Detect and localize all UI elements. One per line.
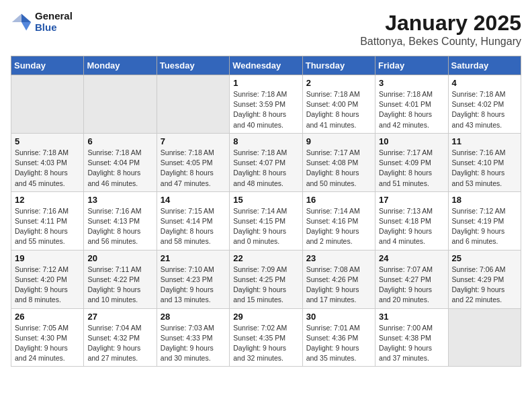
month-title: January 2025 xyxy=(360,11,521,36)
day-number: 1 xyxy=(233,78,298,88)
calendar-cell: 12Sunrise: 7:16 AM Sunset: 4:11 PM Dayli… xyxy=(11,191,84,250)
day-info: Sunrise: 7:16 AM Sunset: 4:11 PM Dayligh… xyxy=(15,206,80,247)
calendar-cell: 29Sunrise: 7:02 AM Sunset: 4:35 PM Dayli… xyxy=(230,308,302,367)
day-info: Sunrise: 7:09 AM Sunset: 4:25 PM Dayligh… xyxy=(233,265,298,306)
day-number: 3 xyxy=(379,78,444,88)
day-number: 15 xyxy=(233,195,298,205)
calendar-cell: 30Sunrise: 7:01 AM Sunset: 4:36 PM Dayli… xyxy=(302,308,375,367)
calendar-cell xyxy=(448,308,521,367)
calendar-cell xyxy=(11,75,84,134)
day-info: Sunrise: 7:18 AM Sunset: 4:01 PM Dayligh… xyxy=(379,89,444,130)
day-info: Sunrise: 7:10 AM Sunset: 4:23 PM Dayligh… xyxy=(161,265,226,306)
day-number: 16 xyxy=(306,195,371,205)
calendar-cell: 25Sunrise: 7:06 AM Sunset: 4:29 PM Dayli… xyxy=(448,250,521,308)
day-number: 27 xyxy=(87,312,152,322)
day-number: 19 xyxy=(15,253,80,263)
day-info: Sunrise: 7:14 AM Sunset: 4:16 PM Dayligh… xyxy=(306,206,371,247)
logo: General Blue xyxy=(11,11,73,33)
day-number: 23 xyxy=(306,253,371,263)
calendar-cell: 16Sunrise: 7:14 AM Sunset: 4:16 PM Dayli… xyxy=(302,191,375,250)
calendar-cell: 13Sunrise: 7:16 AM Sunset: 4:13 PM Dayli… xyxy=(84,191,157,250)
calendar-week-row: 26Sunrise: 7:05 AM Sunset: 4:30 PM Dayli… xyxy=(11,308,521,367)
calendar-week-row: 12Sunrise: 7:16 AM Sunset: 4:11 PM Dayli… xyxy=(11,191,521,250)
day-info: Sunrise: 7:02 AM Sunset: 4:35 PM Dayligh… xyxy=(233,323,298,364)
weekday-header: Wednesday xyxy=(230,56,302,75)
day-info: Sunrise: 7:06 AM Sunset: 4:29 PM Dayligh… xyxy=(452,265,517,306)
calendar-cell: 5Sunrise: 7:18 AM Sunset: 4:03 PM Daylig… xyxy=(11,133,84,191)
day-info: Sunrise: 7:16 AM Sunset: 4:13 PM Dayligh… xyxy=(87,206,152,247)
weekday-header: Thursday xyxy=(302,56,375,75)
calendar-cell: 8Sunrise: 7:18 AM Sunset: 4:07 PM Daylig… xyxy=(230,133,302,191)
day-number: 4 xyxy=(452,78,517,88)
logo-icon xyxy=(11,11,32,33)
calendar-cell: 31Sunrise: 7:00 AM Sunset: 4:38 PM Dayli… xyxy=(375,308,448,367)
day-info: Sunrise: 7:12 AM Sunset: 4:20 PM Dayligh… xyxy=(15,265,80,306)
calendar-cell xyxy=(157,75,229,134)
calendar-cell: 24Sunrise: 7:07 AM Sunset: 4:27 PM Dayli… xyxy=(375,250,448,308)
calendar-cell: 28Sunrise: 7:03 AM Sunset: 4:33 PM Dayli… xyxy=(157,308,229,367)
day-info: Sunrise: 7:18 AM Sunset: 4:05 PM Dayligh… xyxy=(161,148,226,189)
calendar-cell: 21Sunrise: 7:10 AM Sunset: 4:23 PM Dayli… xyxy=(157,250,229,308)
day-number: 5 xyxy=(15,136,80,146)
calendar-cell: 26Sunrise: 7:05 AM Sunset: 4:30 PM Dayli… xyxy=(11,308,84,367)
day-info: Sunrise: 7:08 AM Sunset: 4:26 PM Dayligh… xyxy=(306,265,371,306)
calendar-cell: 6Sunrise: 7:18 AM Sunset: 4:04 PM Daylig… xyxy=(84,133,157,191)
day-info: Sunrise: 7:04 AM Sunset: 4:32 PM Dayligh… xyxy=(87,323,152,364)
day-number: 12 xyxy=(15,195,80,205)
day-number: 11 xyxy=(452,136,517,146)
calendar-cell: 18Sunrise: 7:12 AM Sunset: 4:19 PM Dayli… xyxy=(448,191,521,250)
weekday-header: Friday xyxy=(375,56,448,75)
day-number: 30 xyxy=(306,312,371,322)
day-info: Sunrise: 7:16 AM Sunset: 4:10 PM Dayligh… xyxy=(452,148,517,189)
title-area: January 2025 Battonya, Bekes County, Hun… xyxy=(360,11,521,48)
day-number: 18 xyxy=(452,195,517,205)
location-title: Battonya, Bekes County, Hungary xyxy=(360,36,521,48)
day-number: 20 xyxy=(87,253,152,263)
calendar-cell: 3Sunrise: 7:18 AM Sunset: 4:01 PM Daylig… xyxy=(375,75,448,134)
calendar-cell: 10Sunrise: 7:17 AM Sunset: 4:09 PM Dayli… xyxy=(375,133,448,191)
calendar-cell: 23Sunrise: 7:08 AM Sunset: 4:26 PM Dayli… xyxy=(302,250,375,308)
day-info: Sunrise: 7:01 AM Sunset: 4:36 PM Dayligh… xyxy=(306,323,371,364)
day-info: Sunrise: 7:14 AM Sunset: 4:15 PM Dayligh… xyxy=(233,206,298,247)
day-info: Sunrise: 7:05 AM Sunset: 4:30 PM Dayligh… xyxy=(15,323,80,364)
calendar-cell: 7Sunrise: 7:18 AM Sunset: 4:05 PM Daylig… xyxy=(157,133,229,191)
day-number: 24 xyxy=(379,253,444,263)
day-number: 6 xyxy=(87,136,152,146)
svg-marker-0 xyxy=(21,13,31,21)
day-number: 29 xyxy=(233,312,298,322)
day-number: 22 xyxy=(233,253,298,263)
day-number: 31 xyxy=(379,312,444,322)
calendar-cell: 20Sunrise: 7:11 AM Sunset: 4:22 PM Dayli… xyxy=(84,250,157,308)
calendar-cell: 4Sunrise: 7:18 AM Sunset: 4:02 PM Daylig… xyxy=(448,75,521,134)
svg-marker-2 xyxy=(12,13,21,21)
day-info: Sunrise: 7:18 AM Sunset: 4:02 PM Dayligh… xyxy=(452,89,517,130)
calendar-cell: 14Sunrise: 7:15 AM Sunset: 4:14 PM Dayli… xyxy=(157,191,229,250)
calendar-cell: 27Sunrise: 7:04 AM Sunset: 4:32 PM Dayli… xyxy=(84,308,157,367)
calendar-cell: 2Sunrise: 7:18 AM Sunset: 4:00 PM Daylig… xyxy=(302,75,375,134)
day-number: 10 xyxy=(379,136,444,146)
calendar-cell: 1Sunrise: 7:18 AM Sunset: 3:59 PM Daylig… xyxy=(230,75,302,134)
calendar-week-row: 1Sunrise: 7:18 AM Sunset: 3:59 PM Daylig… xyxy=(11,75,521,134)
day-number: 21 xyxy=(161,253,226,263)
calendar-cell: 17Sunrise: 7:13 AM Sunset: 4:18 PM Dayli… xyxy=(375,191,448,250)
day-number: 8 xyxy=(233,136,298,146)
weekday-header: Sunday xyxy=(11,56,84,75)
day-number: 28 xyxy=(161,312,226,322)
day-info: Sunrise: 7:18 AM Sunset: 4:07 PM Dayligh… xyxy=(233,148,298,189)
day-number: 7 xyxy=(161,136,226,146)
day-number: 2 xyxy=(306,78,371,88)
logo-text: General Blue xyxy=(35,11,73,33)
calendar-week-row: 19Sunrise: 7:12 AM Sunset: 4:20 PM Dayli… xyxy=(11,250,521,308)
day-info: Sunrise: 7:18 AM Sunset: 4:04 PM Dayligh… xyxy=(87,148,152,189)
svg-marker-1 xyxy=(21,22,31,30)
day-info: Sunrise: 7:15 AM Sunset: 4:14 PM Dayligh… xyxy=(161,206,226,247)
weekday-header: Saturday xyxy=(448,56,521,75)
calendar-table: SundayMondayTuesdayWednesdayThursdayFrid… xyxy=(11,56,521,367)
calendar-cell: 15Sunrise: 7:14 AM Sunset: 4:15 PM Dayli… xyxy=(230,191,302,250)
day-info: Sunrise: 7:11 AM Sunset: 4:22 PM Dayligh… xyxy=(87,265,152,306)
day-number: 14 xyxy=(161,195,226,205)
day-number: 9 xyxy=(306,136,371,146)
day-info: Sunrise: 7:17 AM Sunset: 4:09 PM Dayligh… xyxy=(379,148,444,189)
day-info: Sunrise: 7:07 AM Sunset: 4:27 PM Dayligh… xyxy=(379,265,444,306)
day-number: 17 xyxy=(379,195,444,205)
